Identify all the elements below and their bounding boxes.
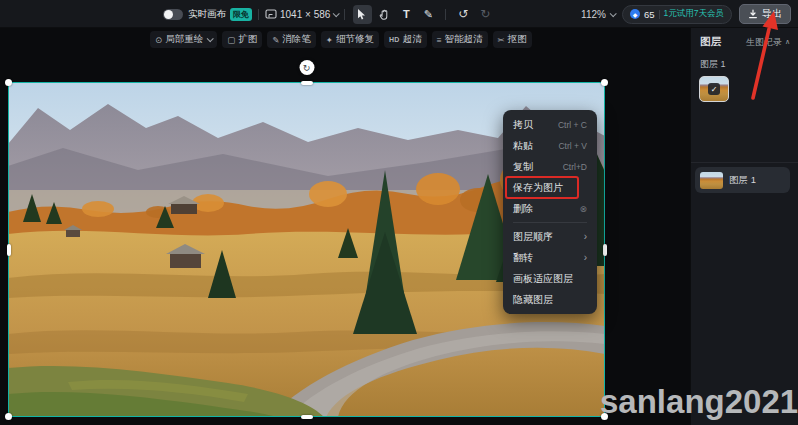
- menu-item-label: 粘贴: [513, 139, 533, 153]
- chevron-down-icon[interactable]: [333, 10, 340, 17]
- export-label: 导出: [762, 7, 782, 21]
- zoom-level-value: 112%: [581, 9, 606, 20]
- canvas-ratio-icon: [265, 8, 277, 20]
- edit-toolbar: ⊙ 局部重绘 ▢ 扩图 ✎ 消除笔 ✦ 细节修复 HD 超清 ≡ 智能超清 ✂ …: [150, 31, 532, 48]
- text-tool-button[interactable]: T: [397, 5, 416, 24]
- credits-pill[interactable]: ◆ 65 1元试用7天会员: [622, 5, 732, 24]
- generation-history-toggle[interactable]: 生图记录 ∧: [746, 36, 790, 49]
- text-tool-icon: T: [403, 8, 410, 20]
- credit-count: 65: [644, 9, 655, 20]
- divider: [445, 9, 446, 20]
- menu-item-save-as-image[interactable]: 保存为图片: [503, 177, 597, 198]
- expand-frame-icon: ▢: [227, 35, 235, 45]
- sparkle-icon: ✦: [326, 35, 333, 45]
- top-toolbar: 实时画布 限免 1041 × 586 T ✎ ↺ ↻ 112%: [0, 0, 798, 28]
- eraser-pen-label: 消除笔: [282, 33, 311, 46]
- menu-item-hide-layer[interactable]: 隐藏图层: [503, 289, 597, 310]
- menu-item-label: 拷贝: [513, 118, 533, 132]
- pen-icon: ✎: [424, 8, 433, 21]
- watermark-text: sanlang2021: [600, 383, 798, 421]
- divider: [258, 9, 259, 20]
- history-thumbnail[interactable]: ✓: [699, 76, 729, 102]
- eraser-pen-button[interactable]: ✎ 消除笔: [267, 31, 316, 48]
- generation-history-label: 生图记录: [746, 36, 782, 49]
- diamond-icon: ◆: [633, 11, 638, 18]
- scissors-icon: ✂: [498, 35, 505, 45]
- layers-sidebar: 图层 生图记录 ∧ 图层 1 ✓ 图层 1: [690, 28, 798, 425]
- layer-name-label: 图层 1: [729, 174, 756, 187]
- export-button[interactable]: 导出: [739, 4, 791, 24]
- hd-upscale-button[interactable]: HD 超清: [384, 31, 427, 48]
- download-icon: [748, 9, 758, 19]
- canvas-size-value: 1041 × 586: [280, 9, 330, 20]
- history-item-label: 图层 1: [700, 58, 798, 71]
- cursor-icon: [357, 9, 367, 20]
- menu-item-label: 保存为图片: [513, 181, 563, 195]
- brush-circle-icon: ⊙: [155, 35, 162, 45]
- menu-item-label: 图层顺序: [513, 230, 553, 244]
- layer-thumbnail: [700, 172, 723, 189]
- menu-item-label: 画板适应图层: [513, 272, 573, 286]
- redo-button[interactable]: ↻: [476, 5, 495, 24]
- live-canvas-toggle[interactable]: [163, 9, 183, 20]
- context-menu: 拷贝 Ctrl + C 粘贴 Ctrl + V 复制 Ctrl+D 保存为图片 …: [503, 110, 597, 314]
- hand-icon: [379, 9, 390, 20]
- menu-item-flip[interactable]: 翻转 ›: [503, 247, 597, 268]
- lines-icon: ≡: [437, 35, 442, 45]
- smart-upscale-label: 智能超清: [445, 33, 483, 46]
- live-canvas-label: 实时画布: [188, 8, 226, 21]
- undo-button[interactable]: ↺: [454, 5, 473, 24]
- delete-key-icon: ⊗: [579, 204, 587, 214]
- divider: [659, 10, 660, 19]
- detail-repair-label: 细节修复: [336, 33, 374, 46]
- layer-list-item[interactable]: 图层 1: [695, 167, 790, 193]
- menu-shortcut: Ctrl + C: [558, 120, 587, 130]
- select-tool-button[interactable]: [353, 5, 372, 24]
- local-repaint-button[interactable]: ⊙ 局部重绘: [150, 31, 217, 48]
- toggle-knob: [164, 10, 173, 19]
- submenu-arrow-icon: ›: [584, 232, 587, 242]
- sidebar-divider: [691, 162, 798, 163]
- cutout-button[interactable]: ✂ 抠图: [493, 31, 532, 48]
- check-badge: ✓: [708, 83, 720, 95]
- hd-icon: HD: [389, 36, 400, 43]
- cutout-label: 抠图: [508, 33, 527, 46]
- hand-tool-button[interactable]: [375, 5, 394, 24]
- menu-item-fit-canvas-to-layer[interactable]: 画板适应图层: [503, 268, 597, 289]
- local-repaint-label: 局部重绘: [165, 33, 203, 46]
- expand-image-label: 扩图: [238, 33, 257, 46]
- menu-item-paste[interactable]: 粘贴 Ctrl + V: [503, 135, 597, 156]
- check-icon: ✓: [711, 85, 718, 94]
- divider: [344, 9, 345, 20]
- zoom-level-dropdown[interactable]: 112%: [581, 9, 615, 20]
- eraser-pen-icon: ✎: [272, 35, 279, 45]
- expand-image-button[interactable]: ▢ 扩图: [222, 31, 262, 48]
- detail-repair-button[interactable]: ✦ 细节修复: [321, 31, 379, 48]
- chevron-down-icon: [207, 35, 214, 42]
- menu-item-layer-order[interactable]: 图层顺序 ›: [503, 226, 597, 247]
- undo-icon: ↺: [458, 7, 468, 21]
- menu-shortcut: Ctrl + V: [558, 141, 587, 151]
- redo-icon: ↻: [480, 7, 490, 21]
- collapse-icon: ∧: [785, 38, 790, 46]
- menu-item-duplicate[interactable]: 复制 Ctrl+D: [503, 156, 597, 177]
- menu-shortcut: Ctrl+D: [563, 162, 587, 172]
- limited-free-badge: 限免: [230, 8, 252, 21]
- submenu-arrow-icon: ›: [584, 253, 587, 263]
- credit-coin-icon: ◆: [630, 9, 640, 19]
- layers-panel-title: 图层: [700, 35, 721, 49]
- menu-item-delete[interactable]: 删除 ⊗: [503, 198, 597, 219]
- smart-upscale-button[interactable]: ≡ 智能超清: [432, 31, 488, 48]
- chevron-down-icon: [610, 10, 617, 17]
- menu-divider: [513, 222, 587, 223]
- rotate-handle[interactable]: ↻: [299, 60, 314, 75]
- pen-tool-button[interactable]: ✎: [419, 5, 438, 24]
- menu-item-label: 翻转: [513, 251, 533, 265]
- menu-item-label: 删除: [513, 202, 533, 216]
- trial-offer-link[interactable]: 1元试用7天会员: [664, 8, 724, 20]
- menu-item-copy[interactable]: 拷贝 Ctrl + C: [503, 114, 597, 135]
- menu-item-label: 隐藏图层: [513, 293, 553, 307]
- menu-item-label: 复制: [513, 160, 533, 174]
- hd-upscale-label: 超清: [403, 33, 422, 46]
- rotate-icon: ↻: [303, 63, 311, 73]
